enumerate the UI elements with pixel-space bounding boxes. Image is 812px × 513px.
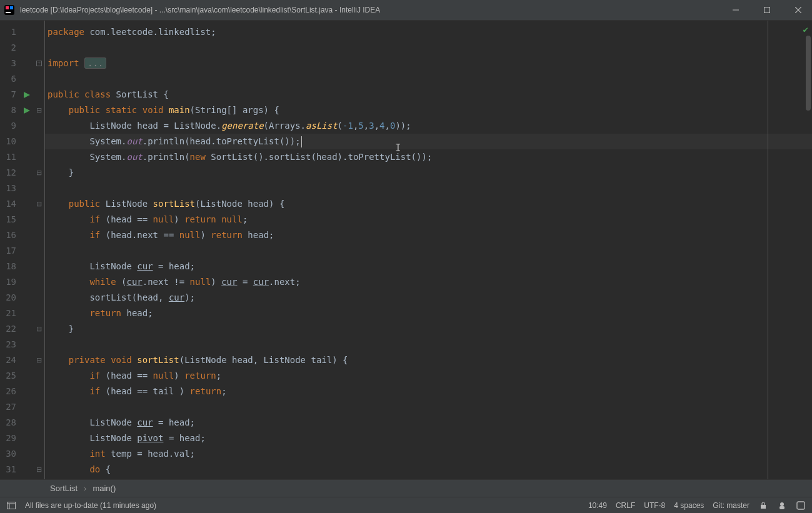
code-line[interactable]: System.out.println(new SortList().sortLi… bbox=[45, 149, 812, 165]
code-line[interactable] bbox=[45, 71, 812, 87]
titlebar: leetcode [D:\IdeaProjects\blog\leetcode]… bbox=[0, 0, 812, 21]
code-area[interactable]: ✔ package com.leetcode.linkedlist; impor… bbox=[45, 21, 812, 479]
breadcrumb-method[interactable]: main() bbox=[93, 484, 116, 493]
line-number[interactable]: 10 bbox=[0, 134, 20, 149]
line-number[interactable]: 7 bbox=[0, 87, 20, 102]
window-controls bbox=[727, 3, 807, 17]
line-number[interactable]: 18 bbox=[0, 259, 20, 274]
line-number[interactable]: 16 bbox=[0, 227, 20, 243]
fold-expand-icon[interactable]: + bbox=[34, 56, 44, 71]
window-title: leetcode [D:\IdeaProjects\blog\leetcode]… bbox=[20, 6, 727, 14]
code-line[interactable]: public class SortList { bbox=[45, 87, 812, 102]
minimize-button[interactable] bbox=[727, 3, 744, 17]
line-number[interactable]: 6 bbox=[0, 71, 20, 87]
code-line[interactable]: ListNode cur = head; bbox=[45, 415, 812, 431]
line-number[interactable]: 21 bbox=[0, 306, 20, 321]
code-line[interactable]: } bbox=[45, 321, 812, 337]
line-number[interactable]: 23 bbox=[0, 337, 20, 352]
code-line[interactable] bbox=[45, 337, 812, 352]
code-line[interactable]: if (head == null) return; bbox=[45, 368, 812, 384]
svg-rect-16 bbox=[797, 502, 804, 509]
hide-tool-windows-icon[interactable] bbox=[6, 501, 16, 511]
line-number[interactable]: 26 bbox=[0, 384, 20, 399]
fold-gutter[interactable]: + ⊟ ⊟ ⊟ ⊟ ⊟ ⊟ bbox=[34, 21, 45, 479]
code-line[interactable]: return head; bbox=[45, 306, 812, 321]
run-main-icon[interactable] bbox=[20, 102, 34, 118]
code-line[interactable]: public ListNode sortList(ListNode head) … bbox=[45, 196, 812, 212]
line-number[interactable]: 11 bbox=[0, 149, 20, 165]
code-line[interactable]: sortList(head, cur); bbox=[45, 290, 812, 306]
cursor-position[interactable]: 10:49 bbox=[588, 501, 607, 510]
code-line[interactable]: if (head == tail ) return; bbox=[45, 384, 812, 399]
code-line[interactable]: do { bbox=[45, 462, 812, 477]
status-message[interactable]: All files are up-to-date (11 minutes ago… bbox=[25, 501, 156, 510]
line-number[interactable]: 1 bbox=[0, 24, 20, 40]
maximize-button[interactable] bbox=[758, 3, 776, 17]
code-line[interactable]: while (cur.next != null) cur = cur.next; bbox=[45, 274, 812, 290]
line-separator[interactable]: CRLF bbox=[616, 501, 635, 510]
line-number[interactable]: 20 bbox=[0, 290, 20, 306]
folded-imports[interactable]: ... bbox=[84, 57, 106, 69]
code-line[interactable]: package com.leetcode.linkedlist; bbox=[45, 24, 812, 40]
line-number[interactable]: 12 bbox=[0, 165, 20, 181]
fold-collapse-icon[interactable]: ⊟ bbox=[34, 102, 44, 118]
line-number[interactable]: 30 bbox=[0, 446, 20, 462]
file-encoding[interactable]: UTF-8 bbox=[644, 501, 665, 510]
run-class-icon[interactable] bbox=[20, 87, 34, 102]
fold-collapse-icon[interactable]: ⊟ bbox=[34, 196, 44, 212]
svg-rect-2 bbox=[10, 6, 13, 9]
git-branch[interactable]: Git: master bbox=[713, 501, 749, 510]
code-line[interactable] bbox=[45, 40, 812, 56]
code-line[interactable]: int temp = head.val; bbox=[45, 446, 812, 462]
editor[interactable]: 1236789101112131415161718192021222324252… bbox=[0, 21, 812, 479]
code-line[interactable]: ListNode head = ListNode.generate(Arrays… bbox=[45, 118, 812, 134]
code-line-current[interactable]: System.out.println(head.toPrettyList()); bbox=[45, 134, 812, 149]
svg-rect-15 bbox=[779, 506, 784, 509]
code-line[interactable] bbox=[45, 181, 812, 196]
lock-icon[interactable] bbox=[758, 501, 768, 511]
code-line[interactable]: if (head.next == null) return head; bbox=[45, 227, 812, 243]
code-line[interactable] bbox=[45, 243, 812, 259]
ide-tools-icon[interactable] bbox=[796, 501, 806, 511]
line-number[interactable]: 8 bbox=[0, 102, 20, 118]
code-line[interactable]: if (head == null) return null; bbox=[45, 212, 812, 227]
svg-point-14 bbox=[780, 502, 784, 506]
line-number[interactable]: 31 bbox=[0, 462, 20, 477]
breadcrumb-bar[interactable]: SortList › main() bbox=[0, 479, 812, 497]
breadcrumb-class[interactable]: SortList bbox=[50, 484, 78, 493]
code-line[interactable] bbox=[45, 399, 812, 415]
line-number[interactable]: 24 bbox=[0, 352, 20, 368]
line-number[interactable]: 15 bbox=[0, 212, 20, 227]
svg-rect-10 bbox=[8, 502, 16, 509]
line-number[interactable]: 17 bbox=[0, 243, 20, 259]
line-number[interactable]: 25 bbox=[0, 368, 20, 384]
line-number[interactable]: 19 bbox=[0, 274, 20, 290]
line-number[interactable]: 14 bbox=[0, 196, 20, 212]
line-number-gutter[interactable]: 1236789101112131415161718192021222324252… bbox=[0, 21, 20, 479]
breadcrumb-separator: › bbox=[84, 484, 86, 493]
vertical-scrollbar[interactable] bbox=[806, 36, 811, 111]
svg-rect-5 bbox=[764, 7, 770, 13]
line-number[interactable]: 27 bbox=[0, 399, 20, 415]
line-number[interactable]: 13 bbox=[0, 181, 20, 196]
line-number[interactable]: 29 bbox=[0, 431, 20, 446]
line-number[interactable]: 28 bbox=[0, 415, 20, 431]
indent-setting[interactable]: 4 spaces bbox=[674, 501, 704, 510]
code-line[interactable]: private void sortList(ListNode head, Lis… bbox=[45, 352, 812, 368]
close-button[interactable] bbox=[789, 3, 807, 17]
code-line[interactable]: import ... bbox=[45, 56, 812, 71]
code-line[interactable]: ListNode cur = head; bbox=[45, 259, 812, 274]
inspection-ok-icon[interactable]: ✔ bbox=[803, 24, 808, 34]
line-number[interactable]: 9 bbox=[0, 118, 20, 134]
line-number[interactable]: 22 bbox=[0, 321, 20, 337]
hector-icon[interactable] bbox=[777, 501, 787, 511]
gutter-icons[interactable] bbox=[20, 21, 34, 479]
fold-collapse-icon[interactable]: ⊟ bbox=[34, 352, 44, 368]
code-line[interactable]: public static void main(String[] args) { bbox=[45, 102, 812, 118]
svg-rect-13 bbox=[761, 505, 766, 509]
svg-marker-8 bbox=[24, 92, 30, 98]
code-line[interactable]: ListNode pivot = head; bbox=[45, 431, 812, 446]
line-number[interactable]: 2 bbox=[0, 40, 20, 56]
line-number[interactable]: 3 bbox=[0, 56, 20, 71]
code-line[interactable]: } bbox=[45, 165, 812, 181]
